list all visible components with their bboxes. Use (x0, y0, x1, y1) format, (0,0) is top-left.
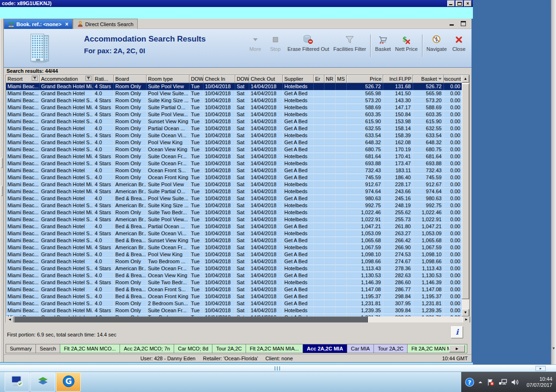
close-button[interactable]: Close (451, 33, 467, 59)
table-row[interactable]: Miami Beac...Grand Beach Hotel S...4.0Be… (6, 293, 463, 300)
table-row[interactable]: Miami Beac...Grand Beach Hotel S...4 Sta… (6, 230, 463, 237)
table-row[interactable]: Miami Beac...Grand Beach Hotel Mi...4 St… (6, 104, 463, 111)
table-row[interactable]: Miami Beac...Grand Beach Hotel S...4.0Be… (6, 251, 463, 258)
bottom-tab-acc-2a-2c-mco-7n[interactable]: Acc 2A,2C MCO; 7n (120, 344, 174, 353)
table-row[interactable]: Miami Beac...Grand Beach Hotel4.0Room On… (6, 258, 463, 265)
column-filter-icon[interactable] (32, 75, 38, 83)
column-header-room-type[interactable]: Room type (147, 75, 190, 83)
bottom-tab-car-mco-8d[interactable]: Car MCO; 8d (174, 344, 212, 353)
column-header-dow[interactable]: DOW (235, 75, 249, 83)
bottom-tab-flt-2a-2c-man-mia[interactable]: Flt 2A,2C MAN MIA... (246, 344, 303, 353)
bottom-tab-tour-2a-2c[interactable]: Tour 2A,2C (212, 344, 246, 353)
right-edge-scrollbar[interactable]: ▼ (551, 0, 556, 364)
tab-direct-clients-search[interactable]: Direct Clients Search (73, 19, 138, 29)
table-row[interactable]: Miami Beac...Grand Beach Hotel S...4.0Ro… (6, 174, 463, 181)
table-row[interactable]: Miami Beac...Grand Beach Hotel Mi...4 St… (6, 307, 463, 314)
taskbar-clock[interactable]: 10:44 07/07/2017 (527, 376, 552, 388)
bottom-tab-car-mia[interactable]: Car MIA (347, 344, 374, 353)
close-tab-icon[interactable]: × (65, 21, 69, 28)
table-row[interactable]: Miami Beac...Grand Beach Hotel Mi...4 St… (6, 244, 463, 251)
table-row[interactable]: Miami Beac...Grand Beach Hotel4.0Bed & B… (6, 223, 463, 230)
table-row[interactable]: Miami Beac...Grand Beach Hotel4.0Room On… (6, 167, 463, 174)
tab-book-ref-none[interactable]: Book. ref.: <none>× (4, 19, 73, 29)
column-header-check-in[interactable]: Check In (204, 75, 235, 83)
splitter-grip[interactable] (1, 186, 3, 196)
table-row[interactable]: Miami Beac...Grand Beach Hotel4.0Room On… (6, 125, 463, 132)
scroll-up-icon[interactable]: ▲ (462, 75, 469, 83)
column-header-ms[interactable]: MS (336, 75, 347, 83)
table-row[interactable]: Miami Beac...Grand Beach Hotel S...4 Sta… (6, 265, 463, 272)
maximize-button[interactable] (456, 0, 463, 7)
network-icon[interactable] (498, 378, 507, 386)
speaker-icon[interactable] (511, 378, 519, 386)
column-header-er[interactable]: Er (314, 75, 324, 83)
column-header-check-out[interactable]: Check Out (249, 75, 283, 83)
table-row[interactable]: Miami Beac...Grand Beach Hotel Mi...4 St… (6, 188, 463, 195)
close-button[interactable]: × (464, 0, 472, 7)
table-row[interactable]: Miami Beac...Grand Beach Hotel S...4 Sta… (6, 279, 463, 286)
flag-alert-icon[interactable] (486, 378, 495, 386)
table-row[interactable]: Miami Beac...Grand Beach Hotel Mi...4 St… (6, 181, 463, 188)
table-row[interactable]: Miami Beac...Grand Beach Hotel S...4.0Ro… (6, 118, 463, 125)
horizontal-scroll-thumb[interactable] (14, 316, 368, 323)
table-row[interactable]: Miami Beac...Grand Beach Hotel Mi...4 St… (6, 83, 463, 90)
bottom-tab-summary[interactable]: Summary (6, 344, 36, 353)
column-filter-icon[interactable] (85, 75, 91, 83)
minimize-button[interactable] (447, 0, 455, 7)
erase-filtered-out-button[interactable]: Erase Filtered Out (288, 33, 329, 59)
navigate-button[interactable]: Navigate (427, 33, 447, 59)
table-row[interactable]: Miami Beac...Grand Beach Hotel4.0Bed & B… (6, 286, 463, 293)
table-row[interactable]: Miami Beac...Grand Beach Hotel4.0Bed & B… (6, 195, 463, 202)
taskbar-layers-app[interactable] (30, 372, 55, 392)
table-row[interactable]: Miami Beac...Grand Beach Hotel S...4.0Ro… (6, 300, 463, 307)
table-row[interactable]: Miami Beac...Grand Beach Hotel4.0Room On… (6, 90, 463, 97)
column-header-discount[interactable]: Discount (444, 75, 463, 83)
facilities-filter-button[interactable]: Facilities Filter (333, 33, 366, 59)
column-header-dow[interactable]: DOW (190, 75, 204, 83)
table-row[interactable]: Miami Beac...Grand Beach Hotel S...4 Sta… (6, 216, 463, 223)
vertical-scrollbar[interactable]: ▲ ▼ (462, 75, 469, 316)
table-row[interactable]: Miami Beac...Grand Beach Hotel S...4.0Be… (6, 272, 463, 279)
basket-button[interactable]: Basket (375, 33, 391, 59)
column-header-basket[interactable]: Basket (413, 75, 444, 83)
table-row[interactable]: Miami Beac...Grand Beach Hotel S...4 Sta… (6, 97, 463, 104)
scroll-right-icon[interactable]: ► (463, 316, 470, 323)
scroll-down-icon[interactable]: ▼ (552, 346, 556, 350)
column-header-resort[interactable]: Resort (6, 75, 40, 83)
table-row[interactable]: Miami Beac...Grand Beach Hotel S...4 Sta… (6, 202, 463, 209)
horizontal-scrollbar[interactable]: ◄ ► (6, 316, 470, 323)
tray-up-icon[interactable] (478, 379, 483, 385)
taskbar-booking-app[interactable]: G (56, 372, 81, 392)
stop-button[interactable]: Stop (267, 33, 283, 59)
table-row[interactable]: Miami Beac...Grand Beach Hotel S...4.0Ro… (6, 146, 463, 153)
table-row[interactable]: Miami Beac...Grand Beach Hotel Mi...4 St… (6, 153, 463, 160)
scroll-down-icon[interactable]: ▼ (462, 309, 469, 316)
tab-scroll-right-button[interactable]: ► (449, 345, 465, 352)
help-icon[interactable]: ? (465, 378, 474, 387)
table-row[interactable]: Miami Beac...Grand Beach Hotel S...4 Sta… (6, 111, 463, 118)
mdi-minimize-button[interactable] (448, 21, 457, 27)
column-header-accommodation[interactable]: Accommodation (40, 75, 93, 83)
more-button[interactable]: More (247, 33, 263, 59)
taskbar-remote-desktop-app[interactable] (5, 372, 29, 392)
vertical-scroll-thumb[interactable] (462, 84, 469, 299)
table-row[interactable]: Miami Beac...Grand Beach Hotel S...4 Sta… (6, 160, 463, 167)
table-row[interactable]: Miami Beac...Grand Beach Hotel S...4.0Be… (6, 237, 463, 244)
bottom-tab-tour-2a-2c[interactable]: Tour 2A,2C (374, 344, 408, 353)
bottom-tab-flt-2a-2c-man-mco[interactable]: Flt 2A,2C MAN MCO... (60, 344, 120, 353)
column-header-nr[interactable]: NR (324, 75, 336, 83)
window-titlebar[interactable]: code: x89G1UEKNJ) × (0, 0, 473, 7)
table-row[interactable]: Miami Beac...Grand Beach Hotel S...4 Sta… (6, 132, 463, 139)
table-row[interactable]: Miami Beac...Grand Beach Hotel Mi...4 St… (6, 209, 463, 216)
column-header-board[interactable]: Board (114, 75, 147, 83)
splitter-grip[interactable] (1, 158, 3, 168)
toolbar-expand-icon[interactable]: ► (535, 366, 546, 371)
toolbar-grip[interactable] (274, 366, 280, 371)
info-button[interactable]: i (451, 326, 463, 338)
column-header-rati[interactable]: Rati... (93, 75, 114, 83)
table-row[interactable]: Miami Beac...Grand Beach Hotel S...4.0Ro… (6, 139, 463, 146)
column-header-price[interactable]: Price (347, 75, 383, 83)
mdi-restore-button[interactable] (459, 21, 468, 27)
column-header-incl-fl-pp[interactable]: Incl.Fl.PP (383, 75, 413, 83)
bottom-tab-acc-2a-2c-mia[interactable]: Acc 2A,2C MIA (303, 344, 347, 353)
